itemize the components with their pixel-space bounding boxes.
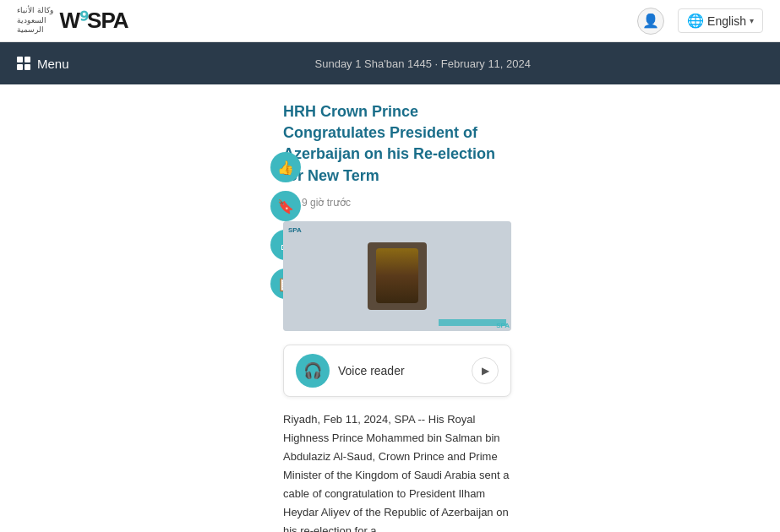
- person-photo: [368, 242, 427, 310]
- spa-logo: W⁹SPA: [60, 8, 128, 34]
- spa-watermark: SPA: [496, 322, 510, 329]
- logo-area: وكالة الأنباء السعودية الرسمية W⁹SPA: [17, 6, 128, 35]
- chevron-down-icon: ▾: [750, 16, 754, 25]
- voice-reader-label: Voice reader: [338, 364, 405, 377]
- grid-menu-icon: [17, 57, 30, 70]
- article-image-container: SPA SPA: [283, 221, 511, 331]
- user-account-button[interactable]: 👤: [637, 8, 664, 35]
- article-meta: 🕐 9 giờ trước: [283, 197, 511, 209]
- play-button[interactable]: ▶: [472, 357, 499, 384]
- language-selector[interactable]: 🌐 English ▾: [678, 8, 763, 33]
- voice-reader: 🎧 Voice reader ▶: [283, 345, 511, 397]
- headphone-icon: 🎧: [296, 354, 330, 388]
- globe-icon: 🌐: [687, 13, 704, 29]
- watermark-top-left: SPA: [288, 226, 302, 234]
- article-image: SPA SPA: [283, 221, 511, 331]
- voice-reader-left: 🎧 Voice reader: [296, 354, 405, 388]
- date-text: Sunday 1 Sha'ban 1445 · February 11, 202…: [83, 57, 763, 70]
- article-body: Riyadh, Feb 11, 2024, SPA -- His Royal H…: [283, 410, 511, 532]
- top-bar-right: 👤 🌐 English ▾: [637, 8, 763, 35]
- user-icon: 👤: [642, 13, 659, 29]
- like-button[interactable]: 👍: [270, 152, 301, 182]
- person-silhouette: [376, 248, 418, 303]
- content-area: 👍 🔖 🖨 📋 HRH Crown Prince Congratulates P…: [0, 84, 780, 532]
- menu-button[interactable]: Menu: [17, 57, 69, 71]
- menu-label: Menu: [37, 57, 69, 71]
- language-label: English: [707, 14, 746, 28]
- nav-bar: Menu Sunday 1 Sha'ban 1445 · February 11…: [0, 42, 780, 84]
- logo-arabic-text: وكالة الأنباء السعودية الرسمية: [17, 6, 53, 35]
- bookmark-button[interactable]: 🔖: [270, 191, 301, 221]
- top-bar: وكالة الأنباء السعودية الرسمية W⁹SPA 👤 🌐…: [0, 0, 780, 42]
- article-title: HRH Crown Prince Congratulates President…: [283, 101, 511, 187]
